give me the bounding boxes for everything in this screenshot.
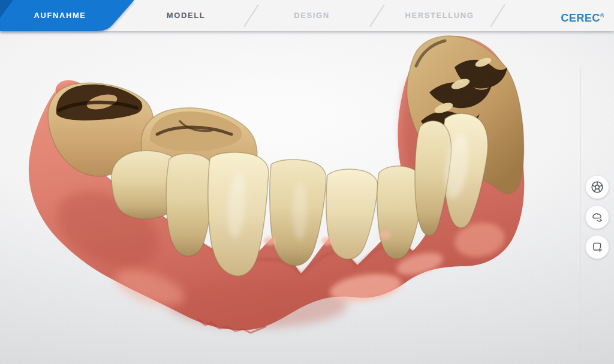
phase-navigation-bar: AUFNAHME MODELL DESIGN HERSTELLUNG CEREC… — [0, 0, 614, 31]
add-image-frame-button[interactable] — [585, 235, 609, 259]
view-options-button[interactable] — [585, 175, 609, 199]
tab-modell[interactable]: MODELL — [138, 0, 234, 31]
cerec-logo: CEREC® — [561, 0, 604, 31]
tab-aufnahme-label: AUFNAHME — [0, 0, 120, 31]
jaw-model-render — [0, 31, 614, 364]
jaw-display-button[interactable] — [585, 205, 609, 229]
frame-plus-icon — [590, 240, 604, 254]
tab-design[interactable]: DESIGN — [264, 0, 360, 31]
cerec-application-window: AUFNAHME MODELL DESIGN HERSTELLUNG CEREC… — [0, 0, 614, 364]
3d-viewport[interactable] — [0, 31, 614, 364]
registered-mark: ® — [600, 13, 604, 19]
tab-aufnahme[interactable]: AUFNAHME — [0, 0, 144, 31]
tool-rail-divider — [580, 67, 580, 349]
lower-jaw-rotate-icon — [590, 210, 604, 224]
tab-divider — [369, 4, 384, 27]
trackball-wheel-icon — [590, 180, 604, 194]
tab-herstellung[interactable]: HERSTELLUNG — [386, 0, 493, 31]
tab-divider — [243, 4, 258, 27]
